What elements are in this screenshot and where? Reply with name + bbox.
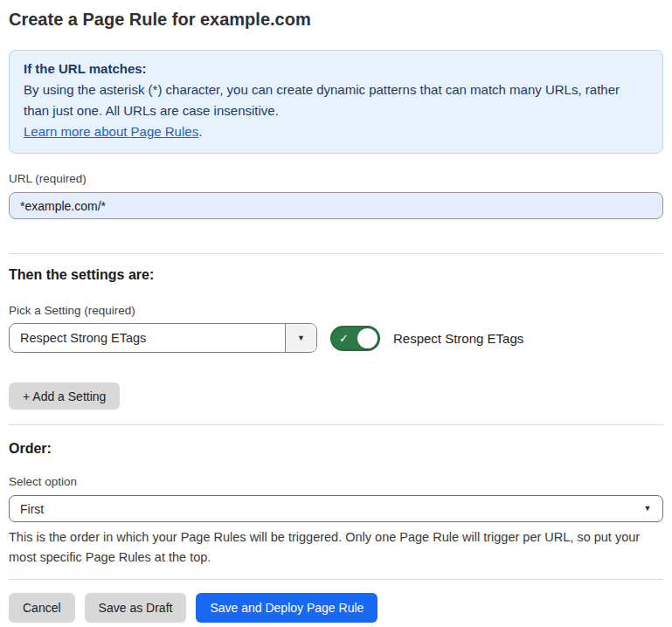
divider <box>9 424 663 425</box>
info-box-heading: If the URL matches: <box>24 59 648 79</box>
chevron-down-icon: ▼ <box>297 334 305 342</box>
setting-toggle[interactable]: ✓ <box>330 326 380 351</box>
url-field-label: URL (required) <box>9 172 663 185</box>
save-deploy-button[interactable]: Save and Deploy Page Rule <box>196 593 378 623</box>
link-suffix: . <box>198 124 202 139</box>
order-help-text: This is the order in which your Page Rul… <box>9 527 663 568</box>
page-rule-form: Create a Page Rule for example.com If th… <box>0 9 672 623</box>
info-link-line: Learn more about Page Rules. <box>24 121 648 142</box>
order-select[interactable]: First ▼ <box>9 495 663 522</box>
pick-setting-label: Pick a Setting (required) <box>9 304 663 317</box>
setting-select-value: Respect Strong ETags <box>10 324 285 352</box>
cancel-button[interactable]: Cancel <box>9 593 75 623</box>
chevron-down-icon: ▼ <box>644 505 652 513</box>
page-title: Create a Page Rule for example.com <box>9 9 663 30</box>
divider <box>9 579 663 580</box>
setting-controls-row: Respect Strong ETags ▼ ✓ Respect Strong … <box>9 323 663 353</box>
check-icon: ✓ <box>339 333 349 344</box>
order-section-heading: Order: <box>9 441 663 457</box>
url-input[interactable]: *example.com/* <box>9 192 663 219</box>
info-box-body: By using the asterisk (*) character, you… <box>24 79 648 121</box>
order-select-arrow-seg: ▼ <box>633 496 662 521</box>
url-input-value: *example.com/* <box>20 199 106 213</box>
setting-select-arrow-seg[interactable]: ▼ <box>285 324 316 352</box>
add-setting-button[interactable]: + Add a Setting <box>9 382 120 410</box>
order-select-value: First <box>10 496 633 521</box>
divider <box>9 253 663 254</box>
form-actions: Cancel Save as Draft Save and Deploy Pag… <box>9 593 663 623</box>
toggle-knob <box>357 328 378 348</box>
setting-select[interactable]: Respect Strong ETags ▼ <box>9 323 317 353</box>
setting-toggle-label: Respect Strong ETags <box>393 331 523 346</box>
order-select-label: Select option <box>9 475 663 488</box>
learn-more-link[interactable]: Learn more about Page Rules <box>24 124 198 139</box>
url-match-info-box: If the URL matches: By using the asteris… <box>9 50 663 154</box>
settings-section-heading: Then the settings are: <box>9 267 663 283</box>
save-draft-button[interactable]: Save as Draft <box>85 593 187 623</box>
